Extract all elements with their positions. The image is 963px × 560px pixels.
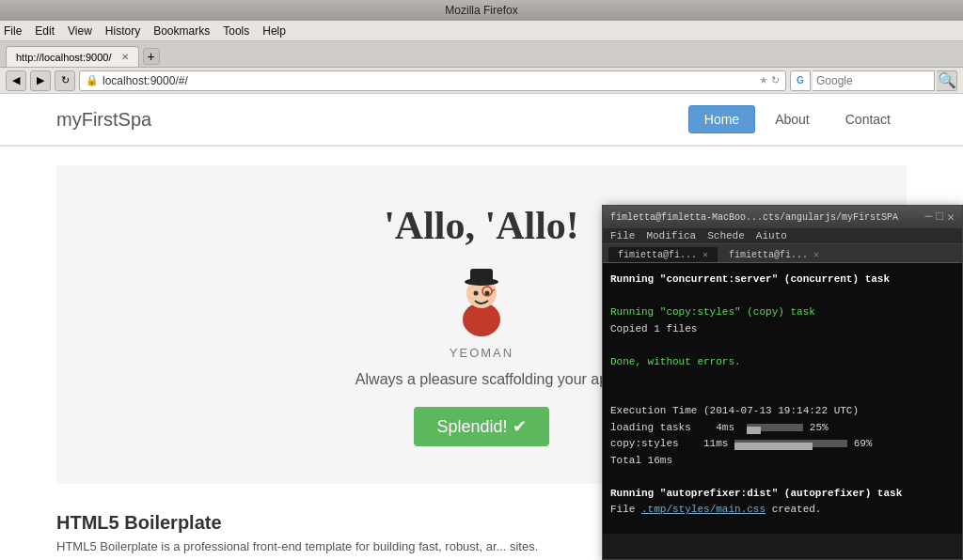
google-icon: G (790, 70, 811, 91)
term-line-12: Total 16ms (610, 453, 955, 469)
term-line-11: copy:styles 11ms 69% (610, 436, 955, 452)
url-icons: ★ ↻ (759, 74, 780, 86)
new-tab-button[interactable]: + (143, 48, 160, 65)
address-bar-row: ◀ ▶ ↻ 🔒 localhost:9000/#/ ★ ↻ G 🔍 (0, 68, 963, 94)
forward-button[interactable]: ▶ (30, 70, 51, 91)
url-bar[interactable]: 🔒 localhost:9000/#/ ★ ↻ (79, 70, 786, 91)
term-line-7 (610, 370, 955, 386)
terminal-body[interactable]: Running "concurrent:server" (concurrent)… (603, 263, 962, 534)
tab-label: http://localhost:9000/ (16, 52, 112, 63)
title-bar: Mozilla Firefox (0, 0, 963, 21)
term-line-5 (610, 337, 955, 353)
term-line-4: Copied 1 files (610, 321, 955, 337)
svg-point-5 (485, 291, 490, 296)
yeoman-logo (444, 263, 519, 338)
term-line-6: Done, without errors. (610, 354, 955, 370)
svg-rect-3 (470, 269, 493, 284)
back-button[interactable]: ◀ (6, 70, 26, 91)
url-text: localhost:9000/#/ (103, 74, 759, 87)
google-search-input[interactable] (813, 70, 935, 91)
term-line-8 (610, 387, 955, 403)
google-search-box: G 🔍 (790, 70, 957, 91)
security-icon: 🔒 (86, 74, 99, 86)
terminal-tab-1[interactable]: fimietta@fi... ✕ (608, 247, 718, 262)
terminal-tab-1-label: fimietta@fi... (618, 250, 697, 260)
window-title: Mozilla Firefox (445, 4, 517, 17)
menu-view[interactable]: View (68, 24, 92, 38)
term-menu-schede[interactable]: Schede (707, 230, 745, 241)
terminal-minimize-button[interactable]: ─ (925, 210, 933, 225)
terminal-controls: ─ □ ✕ (925, 210, 955, 225)
terminal-title: fimletta@fimletta-MacBoo...cts/angularjs… (610, 212, 898, 223)
splendid-button[interactable]: Splendid! ✔ (414, 407, 548, 446)
term-line-3: Running "copy:styles" (copy) task (610, 304, 955, 320)
menu-edit[interactable]: Edit (35, 24, 55, 38)
tab-close-icon[interactable]: ✕ (121, 52, 129, 62)
terminal-maximize-button[interactable]: □ (936, 210, 943, 225)
menu-bookmarks[interactable]: Bookmarks (153, 24, 210, 38)
terminal-close-button[interactable]: ✕ (947, 210, 955, 225)
nav-contact-button[interactable]: Contact (829, 105, 907, 133)
terminal-tab-2-close[interactable]: ✕ (813, 249, 819, 260)
google-search-button[interactable]: 🔍 (937, 70, 957, 91)
term-line-1: Running "concurrent:server" (concurrent)… (610, 272, 955, 288)
term-menu-modifica[interactable]: Modifica (646, 230, 696, 241)
term-line-15: File .tmp/styles/main.css created. (610, 502, 955, 518)
webpage-brand: myFirstSpa (56, 109, 151, 131)
menu-help[interactable]: Help (262, 24, 286, 38)
menu-file[interactable]: File (4, 24, 22, 38)
terminal-tab-2-label: fimietta@fi... (729, 250, 808, 260)
term-line-2 (610, 288, 955, 304)
term-menu-aiuto[interactable]: Aiuto (756, 230, 787, 241)
terminal-titlebar: fimletta@fimletta-MacBoo...cts/angularjs… (603, 206, 962, 228)
term-line-14: Running "autoprefixer:dist" (autoprefixe… (610, 486, 955, 502)
tab-bar: http://localhost:9000/ ✕ + (0, 41, 963, 68)
term-line-10: loading tasks 4ms 25% (610, 420, 955, 436)
term-menu-file[interactable]: File (610, 230, 635, 241)
refresh-icon: ↻ (771, 74, 780, 86)
term-line-9: Execution Time (2014-07-13 19:14:22 UTC) (610, 403, 955, 419)
terminal-tab-2[interactable]: fimietta@fi... ✕ (719, 247, 829, 262)
reload-button[interactable]: ↻ (55, 70, 75, 91)
terminal-window: fimletta@fimletta-MacBoo...cts/angularjs… (602, 205, 963, 560)
terminal-menubar: File Modifica Schede Aiuto (603, 228, 962, 244)
svg-point-4 (474, 291, 479, 296)
nav-about-button[interactable]: About (759, 105, 826, 133)
nav-home-button[interactable]: Home (688, 105, 755, 133)
menu-bar: File Edit View History Bookmarks Tools H… (0, 21, 963, 41)
term-line-16 (610, 519, 955, 535)
menu-history[interactable]: History (105, 24, 140, 38)
browser-tab[interactable]: http://localhost:9000/ ✕ (6, 46, 139, 67)
menu-tools[interactable]: Tools (223, 24, 249, 38)
term-line-13 (610, 469, 955, 485)
terminal-tab-1-close[interactable]: ✕ (703, 249, 708, 260)
terminal-tabs: fimietta@fi... ✕ fimietta@fi... ✕ (603, 244, 962, 263)
bookmark-icon: ★ (759, 74, 768, 86)
webpage-nav-links: Home About Contact (688, 105, 907, 133)
webpage-navbar: myFirstSpa Home About Contact (0, 94, 963, 146)
